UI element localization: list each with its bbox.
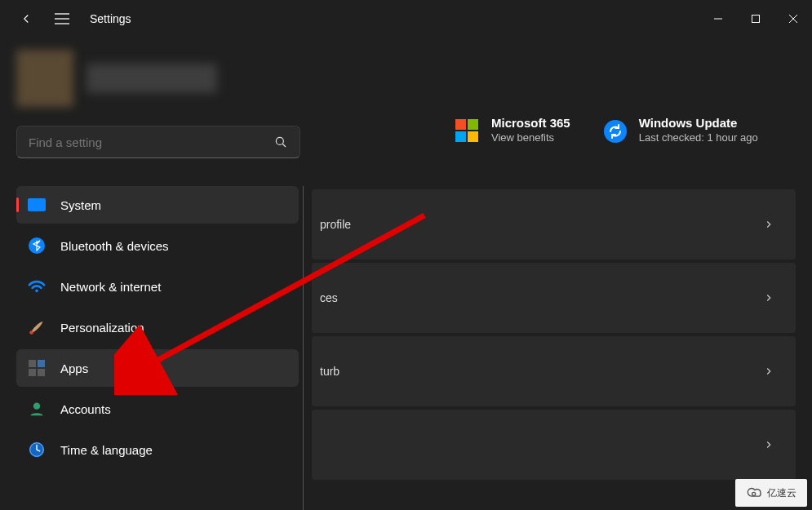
sidebar: System Bluetooth & devices Network & int… [0,38,304,510]
search-box[interactable] [16,126,300,158]
card-title: Windows Update [639,116,758,130]
card-microsoft-365[interactable]: Microsoft 365 View benefits [455,116,570,144]
nav-item-system[interactable]: System [16,186,299,224]
svg-rect-11 [29,360,36,367]
settings-row[interactable]: ces [312,263,796,333]
card-windows-update[interactable]: Windows Update Last checked: 1 hour ago [603,116,758,144]
apps-icon [28,359,46,377]
accounts-icon [28,400,46,418]
chevron-right-icon [763,439,774,450]
close-button[interactable] [774,0,812,38]
row-fragment: profile [320,218,351,231]
search-icon [273,135,288,149]
svg-rect-12 [38,360,45,367]
svg-point-15 [33,403,40,410]
watermark-text: 亿速云 [767,486,796,500]
chevron-right-icon [763,366,774,377]
hamburger-menu-icon[interactable] [54,11,70,27]
nav-label: Time & language [60,443,153,457]
nav-item-network[interactable]: Network & internet [16,268,299,305]
settings-row[interactable]: turb [312,336,796,406]
nav-list: System Bluetooth & devices Network & int… [16,186,304,510]
svg-rect-13 [29,369,36,376]
back-button[interactable] [18,11,34,27]
chevron-right-icon [763,219,774,230]
svg-point-22 [604,120,627,143]
nav-label: Network & internet [60,280,161,294]
wifi-icon [28,277,46,295]
settings-rows: profile ces turb [312,189,796,480]
avatar [16,50,73,107]
chevron-right-icon [763,292,774,304]
nav-item-personalization[interactable]: Personalization [16,308,299,346]
card-subtitle: Last checked: 1 hour ago [639,131,758,144]
settings-row[interactable]: profile [312,189,796,259]
maximize-button[interactable] [737,0,774,38]
card-title: Microsoft 365 [491,116,570,130]
minimize-button[interactable] [699,0,737,38]
search-input[interactable] [29,135,273,149]
svg-rect-14 [38,369,45,376]
svg-rect-20 [455,131,466,142]
update-icon [603,119,628,144]
window-title: Settings [90,12,131,25]
nav-item-time-language[interactable]: Time & language [16,431,299,468]
nav-item-bluetooth[interactable]: Bluetooth & devices [16,227,299,264]
row-fragment: ces [320,291,338,304]
svg-point-9 [35,290,38,293]
svg-rect-21 [468,131,478,142]
title-bar: Settings [0,0,812,38]
nav-label: Accounts [60,402,111,416]
row-fragment: turb [320,365,339,378]
bluetooth-icon [28,237,46,255]
nav-label: Personalization [60,321,144,335]
nav-label: Bluetooth & devices [60,239,169,253]
watermark: 亿速云 [735,479,807,507]
system-icon [28,196,46,214]
nav-label: Apps [60,361,88,375]
nav-item-apps[interactable]: Apps [16,349,299,387]
paintbrush-icon [28,318,46,336]
settings-row[interactable] [312,410,796,480]
svg-rect-19 [468,119,478,130]
microsoft-logo-icon [455,119,480,144]
svg-rect-4 [752,16,760,23]
svg-point-25 [752,492,756,495]
svg-line-8 [282,144,286,147]
svg-point-7 [276,137,283,144]
nav-item-accounts[interactable]: Accounts [16,390,299,428]
window-controls [699,0,812,38]
clock-icon [28,441,46,459]
main-pane: Microsoft 365 View benefits Windows Upda… [304,38,812,510]
svg-rect-18 [455,119,466,130]
profile-area[interactable] [16,46,304,111]
nav-label: System [60,198,101,212]
profile-name-redacted [87,64,217,93]
card-subtitle: View benefits [491,131,570,144]
svg-point-10 [29,330,33,335]
